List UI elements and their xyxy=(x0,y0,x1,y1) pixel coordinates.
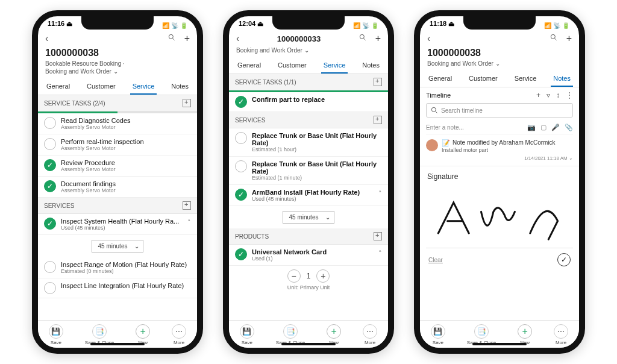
tab-notes[interactable]: Notes xyxy=(169,79,191,95)
status-icons: 📶 📡 🔋 xyxy=(162,20,187,31)
camera-icon[interactable]: 📷 xyxy=(527,124,536,131)
unit-label: Unit: Primary Unit xyxy=(287,284,330,290)
more-button[interactable]: ⋯More xyxy=(554,324,568,345)
mic-icon[interactable]: 🎤 xyxy=(551,124,560,131)
tab-notes[interactable]: Notes xyxy=(551,71,573,87)
video-icon[interactable]: ▢ xyxy=(540,124,547,131)
tab-general[interactable]: General xyxy=(235,58,263,74)
tab-service[interactable]: Service xyxy=(130,79,157,95)
add-task-icon[interactable] xyxy=(374,78,382,86)
signature-confirm-button[interactable]: ✓ xyxy=(557,253,571,266)
service-checkbox[interactable]: ✓ xyxy=(44,218,56,230)
add-service-icon[interactable] xyxy=(374,116,382,124)
service-row[interactable]: Inspect Range of Motion (Flat Hourly Rat… xyxy=(38,257,197,278)
service-row[interactable]: ✓Inspect System Health (Flat Hourly Ra..… xyxy=(38,214,197,235)
signature-clear-button[interactable]: Clear xyxy=(428,257,443,263)
back-icon[interactable]: ‹ xyxy=(45,33,48,44)
product-checkbox[interactable]: ✓ xyxy=(235,248,247,260)
tab-customer[interactable]: Customer xyxy=(275,58,309,74)
add-icon[interactable]: + xyxy=(184,33,190,44)
task-row[interactable]: ✓Review ProcedureAssembly Servo Motor xyxy=(38,155,197,177)
service-row[interactable]: Replace Trunk or Base Unit (Flat Hourly … xyxy=(229,128,388,157)
svg-point-1 xyxy=(360,34,364,39)
qty-plus-button[interactable]: + xyxy=(316,269,330,283)
overflow-icon[interactable]: ⋮ xyxy=(566,91,573,99)
timeline-search[interactable]: Search timeline xyxy=(426,103,573,118)
save-icon: 💾 xyxy=(431,324,445,339)
chevron-up-icon[interactable]: ˄ xyxy=(187,218,191,227)
task-checkbox[interactable] xyxy=(44,138,56,150)
task-row[interactable]: ✓Confirm part to replace xyxy=(229,92,388,112)
add-icon[interactable]: + xyxy=(566,33,572,44)
breadcrumb[interactable]: Booking and Work Order ⌄ xyxy=(420,60,579,67)
task-row[interactable]: Perform real-time inspectionAssembly Ser… xyxy=(38,134,197,155)
task-title: Document findings xyxy=(61,180,191,187)
save-button[interactable]: 💾Save xyxy=(431,324,445,345)
service-title: ArmBand Install (Flat Hourly Rate) xyxy=(252,189,374,196)
tab-customer[interactable]: Customer xyxy=(84,79,118,95)
search-icon xyxy=(430,106,439,115)
filter-icon[interactable]: ▿ xyxy=(547,91,550,99)
product-row[interactable]: ✓Universal Network CardUsed (1)˄ xyxy=(229,245,388,266)
add-service-icon[interactable] xyxy=(183,201,191,210)
service-checkbox[interactable] xyxy=(235,132,247,144)
plus-icon: + xyxy=(136,324,150,339)
service-row[interactable]: Inspect Line Integration (Flat Hourly Ra… xyxy=(38,278,197,298)
task-row[interactable]: Read Diagnostic CodesAssembly Servo Moto… xyxy=(38,113,197,134)
save-close-button[interactable]: 📑Save & Close xyxy=(276,324,305,345)
task-checkbox[interactable]: ✓ xyxy=(235,96,247,108)
home-indicator[interactable] xyxy=(281,343,336,345)
service-checkbox[interactable] xyxy=(235,160,247,172)
save-close-button[interactable]: 📑Save & Close xyxy=(467,324,496,345)
tab-general[interactable]: General xyxy=(44,79,72,95)
new-button[interactable]: +New xyxy=(327,324,341,345)
service-checkbox[interactable] xyxy=(44,261,56,273)
service-row[interactable]: ✓ArmBand Install (Flat Hourly Rate)Used … xyxy=(229,185,388,206)
tab-service[interactable]: Service xyxy=(321,58,348,74)
breadcrumb[interactable]: Booking and Work Order ⌄ xyxy=(229,46,388,54)
tab-general[interactable]: General xyxy=(426,71,454,87)
chevron-up-icon[interactable]: ˄ xyxy=(378,189,382,198)
save-button[interactable]: 💾Save xyxy=(49,324,63,345)
service-row[interactable]: Replace Trunk or Base Unit (Flat Hourly … xyxy=(229,157,388,185)
timeline-note[interactable]: 📝 Note modified by Abraham McCormick Ins… xyxy=(420,134,579,166)
duration-select[interactable]: 45 minutes ⌄ xyxy=(92,240,144,253)
qty-minus-button[interactable]: − xyxy=(287,269,301,283)
save-close-button[interactable]: 📑Save & Close xyxy=(85,324,114,345)
add-icon[interactable]: + xyxy=(375,33,381,44)
breadcrumb[interactable]: Booking and Work Order ⌄ xyxy=(38,67,197,75)
tab-notes[interactable]: Notes xyxy=(360,58,382,74)
chevron-up-icon[interactable]: ˄ xyxy=(378,248,382,257)
task-row[interactable]: ✓Document findingsAssembly Servo Motor xyxy=(38,177,197,198)
task-title: Read Diagnostic Codes xyxy=(61,117,191,124)
search-icon[interactable] xyxy=(359,33,367,44)
tab-customer[interactable]: Customer xyxy=(466,71,500,87)
service-title: Replace Trunk or Base Unit (Flat Hourly … xyxy=(252,132,382,146)
service-checkbox[interactable]: ✓ xyxy=(235,189,247,201)
more-button[interactable]: ⋯More xyxy=(363,324,377,345)
task-checkbox[interactable]: ✓ xyxy=(44,159,56,171)
more-button[interactable]: ⋯More xyxy=(172,324,186,345)
home-indicator[interactable] xyxy=(472,343,527,345)
home-indicator[interactable] xyxy=(90,343,145,345)
attach-icon[interactable]: 📎 xyxy=(565,124,573,131)
add-product-icon[interactable] xyxy=(374,232,382,240)
service-checkbox[interactable] xyxy=(44,282,56,294)
sort-icon[interactable]: ↕ xyxy=(556,91,560,99)
new-button[interactable]: +New xyxy=(136,324,150,345)
svg-point-2 xyxy=(551,34,555,39)
tab-service[interactable]: Service xyxy=(512,71,539,87)
timeline-add-icon[interactable]: + xyxy=(536,91,540,99)
new-button[interactable]: +New xyxy=(518,324,532,345)
svg-point-3 xyxy=(431,107,436,111)
duration-select[interactable]: 45 minutes ⌄ xyxy=(283,211,335,224)
add-task-icon[interactable] xyxy=(183,99,191,107)
save-button[interactable]: 💾Save xyxy=(240,324,254,345)
task-checkbox[interactable]: ✓ xyxy=(44,180,56,192)
search-icon[interactable] xyxy=(168,33,176,44)
signature-canvas[interactable] xyxy=(426,182,573,248)
search-icon[interactable] xyxy=(550,33,558,44)
back-icon[interactable]: ‹ xyxy=(427,33,430,44)
note-input[interactable]: Enter a note... 📷 ▢ 🎤 📎 xyxy=(426,121,573,134)
task-checkbox[interactable] xyxy=(44,117,56,129)
